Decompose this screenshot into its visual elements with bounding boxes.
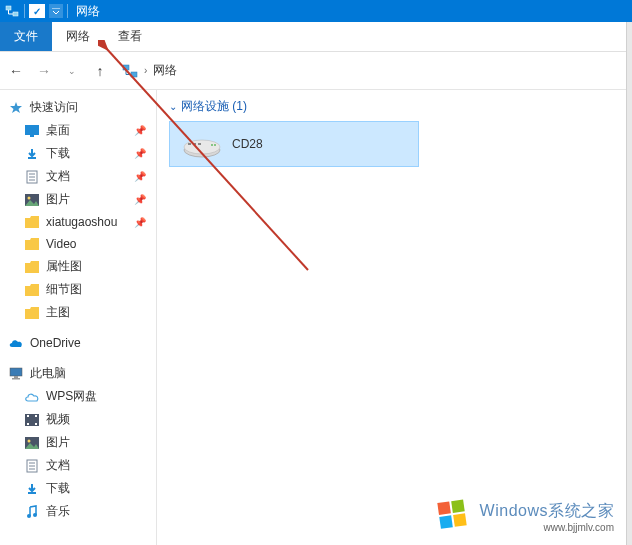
sidebar-onedrive[interactable]: OneDrive (0, 332, 156, 354)
device-item[interactable]: CD28 (169, 121, 419, 167)
svg-rect-17 (27, 423, 29, 425)
sidebar-item-label: 属性图 (46, 258, 82, 275)
navigation-pane: 快速访问 桌面 📌 下载 📌 文档 📌 图片 📌 (0, 90, 157, 545)
sidebar-item-label: 桌面 (46, 122, 70, 139)
up-button[interactable]: ↑ (90, 61, 110, 81)
network-icon (122, 63, 138, 79)
sidebar-item-videos[interactable]: 视频 (0, 408, 156, 431)
qat-properties-button[interactable]: ✓ (29, 4, 45, 18)
svg-rect-38 (451, 499, 465, 513)
pin-icon: 📌 (134, 148, 146, 159)
modem-icon (182, 130, 222, 158)
svg-rect-40 (453, 513, 467, 527)
sidebar-item-folder[interactable]: 属性图 (0, 255, 156, 278)
svg-rect-5 (30, 135, 34, 137)
svg-rect-0 (6, 6, 11, 10)
svg-point-26 (27, 514, 31, 518)
group-header-network-devices[interactable]: ⌄ 网络设施 (1) (169, 98, 620, 115)
sidebar-quick-access[interactable]: 快速访问 (0, 96, 156, 119)
download-icon (24, 481, 40, 497)
group-label: 网络设施 (1) (181, 98, 247, 115)
sidebar-item-label: 此电脑 (30, 365, 66, 382)
sidebar-item-label: 下载 (46, 145, 70, 162)
pc-icon (8, 366, 24, 382)
pictures-icon (24, 192, 40, 208)
sidebar-item-downloads[interactable]: 下载 📌 (0, 142, 156, 165)
sidebar-item-label: 主图 (46, 304, 70, 321)
tab-view[interactable]: 查看 (104, 22, 156, 51)
nav-bar: ← → ⌄ ↑ › 网络 (0, 52, 632, 90)
qat-dropdown-button[interactable] (49, 4, 63, 18)
sidebar-item-folder[interactable]: Video (0, 233, 156, 255)
folder-icon (24, 259, 40, 275)
sidebar-item-folder[interactable]: xiatugaoshou 📌 (0, 211, 156, 233)
download-icon (24, 146, 40, 162)
watermark-url: www.bjjmlv.com (544, 522, 614, 533)
sidebar-item-label: Video (46, 237, 76, 251)
watermark: Windows系统之家 www.bjjmlv.com (434, 495, 614, 533)
svg-rect-31 (193, 143, 196, 145)
sidebar-item-desktop[interactable]: 桌面 📌 (0, 119, 156, 142)
tab-network[interactable]: 网络 (52, 22, 104, 51)
pin-icon: 📌 (134, 125, 146, 136)
document-icon (24, 458, 40, 474)
watermark-title: Windows系统之家 (480, 501, 614, 522)
svg-rect-2 (123, 65, 129, 70)
ribbon-tabs: 文件 网络 查看 (0, 22, 632, 52)
folder-icon (24, 305, 40, 321)
svg-rect-32 (198, 143, 201, 145)
sidebar-item-downloads[interactable]: 下载 (0, 477, 156, 500)
star-icon (8, 100, 24, 116)
pin-icon: 📌 (134, 217, 146, 228)
breadcrumb-location: 网络 (153, 62, 177, 79)
sidebar-item-label: 音乐 (46, 503, 70, 520)
back-button[interactable]: ← (6, 61, 26, 81)
breadcrumb[interactable]: › 网络 (118, 59, 626, 83)
svg-rect-19 (35, 423, 37, 425)
sidebar-item-wps[interactable]: WPS网盘 (0, 385, 156, 408)
svg-point-29 (184, 140, 220, 154)
sidebar-item-label: 下载 (46, 480, 70, 497)
svg-rect-1 (13, 12, 18, 16)
folder-icon (24, 236, 40, 252)
forward-button[interactable]: → (34, 61, 54, 81)
sidebar-item-documents[interactable]: 文档 📌 (0, 165, 156, 188)
document-icon (24, 169, 40, 185)
svg-point-33 (211, 144, 213, 146)
sidebar-item-label: xiatugaoshou (46, 215, 117, 229)
sidebar-item-label: 视频 (46, 411, 70, 428)
sidebar-item-label: OneDrive (30, 336, 81, 350)
content-area: 快速访问 桌面 📌 下载 📌 文档 📌 图片 📌 (0, 90, 632, 545)
chevron-right-icon: › (144, 65, 147, 76)
tab-file[interactable]: 文件 (0, 22, 52, 51)
windows-logo-icon (434, 495, 472, 533)
network-icon (4, 4, 20, 18)
pin-icon: 📌 (134, 194, 146, 205)
sidebar-item-documents[interactable]: 文档 (0, 454, 156, 477)
sidebar-item-label: 快速访问 (30, 99, 78, 116)
check-icon: ✓ (33, 6, 41, 17)
window-title: 网络 (76, 3, 100, 20)
desktop-icon (24, 123, 40, 139)
sidebar-item-label: WPS网盘 (46, 388, 97, 405)
sidebar-item-folder[interactable]: 主图 (0, 301, 156, 324)
music-icon (24, 504, 40, 520)
svg-rect-14 (12, 378, 20, 380)
sidebar-item-pictures[interactable]: 图片 (0, 431, 156, 454)
sidebar-item-label: 文档 (46, 457, 70, 474)
folder-icon (24, 282, 40, 298)
scrollbar[interactable] (626, 22, 632, 545)
recent-dropdown[interactable]: ⌄ (62, 61, 82, 81)
sidebar-item-folder[interactable]: 细节图 (0, 278, 156, 301)
sidebar-item-music[interactable]: 音乐 (0, 500, 156, 523)
chevron-down-icon: ⌄ (169, 101, 177, 112)
svg-rect-4 (25, 125, 39, 135)
sidebar-this-pc[interactable]: 此电脑 (0, 362, 156, 385)
cloud-icon (24, 389, 40, 405)
titlebar: ✓ 网络 (0, 0, 632, 22)
sidebar-item-label: 图片 (46, 191, 70, 208)
svg-rect-37 (437, 501, 451, 515)
pictures-icon (24, 435, 40, 451)
svg-rect-16 (27, 415, 29, 417)
sidebar-item-pictures[interactable]: 图片 📌 (0, 188, 156, 211)
